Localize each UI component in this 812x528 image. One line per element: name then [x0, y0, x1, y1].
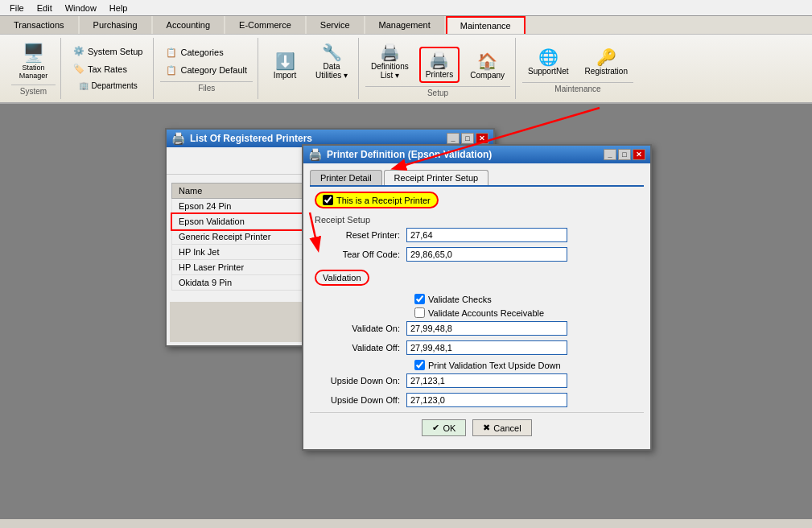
- printers-label: Printers: [426, 70, 453, 79]
- list-win-close[interactable]: ✕: [476, 133, 488, 144]
- files-group-label: Files: [160, 81, 253, 93]
- validate-ar-label: Validate Accounts Receivable: [428, 308, 544, 318]
- categories-btn[interactable]: 📋 Categories: [160, 45, 253, 60]
- tab-accounting[interactable]: Accounting: [153, 16, 224, 34]
- printer-def-titlebar[interactable]: 🖨️ Printer Definition (Epson Validation)…: [303, 146, 650, 163]
- printer-def-icon: 🖨️: [308, 148, 322, 161]
- upside-down-on-group: Upside Down On:: [310, 373, 644, 388]
- settings-icon: ⚙️: [73, 46, 84, 56]
- validate-ar-row: Validate Accounts Receivable: [414, 307, 644, 318]
- setup-group-label: Setup: [365, 86, 510, 97]
- menu-edit[interactable]: Edit: [31, 2, 59, 14]
- departments-btn[interactable]: 🏢 Departments: [68, 78, 148, 93]
- category-default-btn[interactable]: 📋 Category Default: [160, 63, 253, 78]
- station-icon: 🖥️: [23, 43, 44, 64]
- printers-icon: 🖨️: [429, 51, 449, 70]
- printer-def-content: Printer Detail Receipt Printer Setup Thi…: [303, 163, 650, 449]
- data-utilities-icon: 🔧: [322, 43, 342, 62]
- ok-icon: ✔: [432, 423, 439, 433]
- system-group-label: System: [11, 85, 56, 96]
- printer-title-icon: 🖨️: [171, 132, 185, 145]
- toolbar-tabs: Transactions Purchasing Accounting E-Com…: [0, 16, 812, 35]
- tax-rates-label: Tax Rates: [88, 64, 127, 74]
- station-manager-btn[interactable]: 🖥️ StationManager: [11, 39, 56, 83]
- tab-printer-detail[interactable]: Printer Detail: [310, 170, 382, 185]
- tab-maintenance[interactable]: Maintenance: [446, 16, 526, 34]
- registration-label: Registration: [585, 67, 628, 76]
- print-upside-down-row: Print Validation Text Upside Down: [414, 360, 644, 370]
- tab-receipt-setup[interactable]: Receipt Printer Setup: [384, 170, 489, 185]
- is-receipt-printer-label: This is a Receipt Printer: [336, 196, 431, 205]
- maintenance-group-label: Maintenance: [522, 82, 633, 93]
- upside-down-off-input[interactable]: [406, 393, 567, 407]
- category-default-icon: 📋: [166, 65, 177, 76]
- toolbar-content: 🖥️ StationManager System ⚙️ System Setup…: [0, 35, 812, 102]
- validate-on-input[interactable]: [406, 321, 567, 336]
- upside-down-off-label: Upside Down Off:: [310, 395, 406, 405]
- tab-service[interactable]: Service: [307, 16, 364, 34]
- receipt-setup-title: Receipt Setup: [315, 215, 644, 225]
- tab-management[interactable]: Management: [365, 16, 444, 34]
- printer-def-title: Printer Definition (Epson Validation): [327, 149, 492, 160]
- company-btn[interactable]: 🏠 Company: [464, 48, 510, 83]
- station-manager-label: StationManager: [19, 64, 48, 80]
- definitions-list-btn[interactable]: 🖨️ DefinitionsList ▾: [365, 39, 414, 83]
- tear-off-label: Tear Off Code:: [310, 250, 406, 259]
- validate-ar-checkbox[interactable]: [414, 307, 425, 318]
- validate-on-group: Validate On:: [310, 321, 644, 336]
- upside-down-off-group: Upside Down Off:: [310, 393, 644, 407]
- departments-label: Departments: [92, 81, 138, 90]
- categories-icon: 📋: [166, 47, 177, 58]
- system-setup-btn[interactable]: ⚙️ System Setup: [68, 43, 148, 59]
- supportnet-btn[interactable]: 🌐 SupportNet: [522, 44, 575, 79]
- reset-printer-input[interactable]: [406, 228, 567, 242]
- printer-def-close[interactable]: ✕: [633, 149, 645, 160]
- validate-off-label: Validate Off:: [310, 343, 406, 353]
- supportnet-icon: 🌐: [538, 47, 559, 67]
- cancel-button[interactable]: ✖ Cancel: [472, 419, 531, 436]
- validate-off-group: Validate Off:: [310, 340, 644, 355]
- validate-off-input[interactable]: [406, 340, 567, 355]
- toolbar: Transactions Purchasing Accounting E-Com…: [0, 16, 812, 104]
- upside-down-on-input[interactable]: [406, 373, 567, 388]
- definitions-icon: 🖨️: [380, 43, 400, 62]
- list-win-maximize[interactable]: □: [461, 133, 474, 144]
- upside-down-on-label: Upside Down On:: [310, 376, 406, 386]
- supportnet-label: SupportNet: [528, 67, 569, 76]
- list-win-title: List Of Registered Printers: [190, 133, 312, 144]
- menu-bar: File Edit Window Help: [0, 0, 812, 16]
- menu-file[interactable]: File: [3, 2, 31, 14]
- main-area: 🖨️ List Of Registered Printers _ □ ✕ ✓ S…: [0, 104, 812, 519]
- printer-def-minimize[interactable]: _: [604, 149, 616, 160]
- ok-label: OK: [443, 423, 455, 433]
- departments-icon: 🏢: [79, 81, 89, 90]
- tab-purchasing[interactable]: Purchasing: [80, 16, 151, 34]
- validation-section-label: Validation: [315, 270, 369, 286]
- import-icon: ⬇️: [275, 52, 295, 71]
- reset-printer-label: Reset Printer:: [310, 230, 406, 240]
- tax-rates-btn[interactable]: 🏷️ Tax Rates: [68, 61, 148, 76]
- tab-transactions[interactable]: Transactions: [0, 16, 78, 34]
- validate-checks-row: Validate Checks: [414, 294, 644, 304]
- data-utilities-label: DataUtilities ▾: [315, 62, 348, 80]
- import-btn[interactable]: ⬇️ Import: [265, 48, 305, 83]
- menu-help[interactable]: Help: [103, 2, 134, 14]
- category-default-label: Category Default: [180, 65, 247, 75]
- categories-label: Categories: [180, 47, 223, 57]
- tab-ecommerce[interactable]: E-Commerce: [225, 16, 305, 34]
- list-win-minimize[interactable]: _: [447, 133, 460, 144]
- validate-checks-checkbox[interactable]: [414, 294, 425, 304]
- tear-off-input[interactable]: [406, 247, 567, 262]
- ok-button[interactable]: ✔ OK: [422, 419, 466, 436]
- registration-btn[interactable]: 🔑 Registration: [579, 44, 633, 79]
- company-label: Company: [470, 71, 505, 80]
- is-receipt-printer-row: This is a Receipt Printer: [315, 192, 439, 208]
- tax-icon: 🏷️: [73, 64, 84, 74]
- is-receipt-printer-checkbox[interactable]: [323, 195, 333, 205]
- print-upside-down-checkbox[interactable]: [414, 360, 425, 370]
- printer-definition-window: 🖨️ Printer Definition (Epson Validation)…: [302, 144, 652, 451]
- printer-def-maximize[interactable]: □: [618, 149, 631, 160]
- printers-btn[interactable]: 🖨️ Printers: [419, 47, 460, 83]
- data-utilities-btn[interactable]: 🔧 DataUtilities ▾: [310, 39, 353, 83]
- menu-window[interactable]: Window: [59, 2, 103, 14]
